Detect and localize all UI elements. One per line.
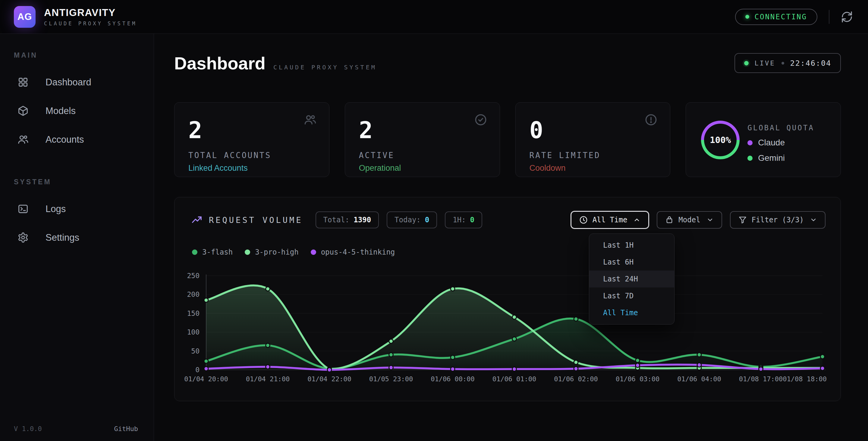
refresh-icon[interactable]: [841, 11, 853, 23]
github-link[interactable]: GitHub: [114, 425, 138, 433]
request-volume-panel: REQUEST VOLUME Total: 1390 Today: 0 1H: …: [174, 197, 841, 401]
hour-requests-pill: 1H: 0: [445, 211, 482, 228]
chevron-down-icon: [810, 216, 817, 224]
svg-text:01/04 20:00: 01/04 20:00: [184, 375, 228, 383]
svg-text:50: 50: [191, 347, 199, 355]
app-name: ANTIGRAVITY: [44, 7, 137, 19]
quota-percent: 100%: [710, 135, 731, 145]
stat-value: 0: [530, 119, 656, 142]
card-total-accounts: 2 TOTAL ACCOUNTS Linked Accounts: [174, 102, 330, 177]
claude-legend-dot: [747, 140, 752, 145]
total-requests-pill: Total: 1390: [315, 211, 379, 228]
svg-text:01/06 04:00: 01/06 04:00: [677, 375, 721, 383]
menu-item-last-1h[interactable]: Last 1H: [589, 237, 674, 254]
sidebar-item-settings[interactable]: Settings: [0, 223, 154, 252]
stat-sublabel: Cooldown: [530, 164, 656, 173]
menu-item-last-24h[interactable]: Last 24H: [589, 271, 674, 288]
sidebar-item-label: Dashboard: [45, 77, 91, 88]
menu-item-all-time[interactable]: All Time: [589, 304, 674, 321]
connection-status-text: CONNECTING: [755, 13, 807, 21]
svg-text:01/04 21:00: 01/04 21:00: [246, 375, 290, 383]
sidebar-section-system: SYSTEM Logs: [0, 178, 154, 252]
pill-label: Today:: [395, 216, 421, 224]
legend-dot: [245, 249, 250, 255]
chart-legend: 3-flash3-pro-highopus-4-5-thinking: [192, 248, 395, 256]
live-label: LIVE: [755, 59, 775, 67]
chevron-down-icon: [707, 216, 714, 224]
stat-cards: 2 TOTAL ACCOUNTS Linked Accounts 2 ACTIV…: [174, 102, 841, 177]
sidebar-item-label: Logs: [45, 204, 66, 214]
legend-item-opus-4-5-thinking: opus-4-5-thinking: [311, 248, 395, 256]
legend-item-3-pro-high: 3-pro-high: [245, 248, 299, 256]
sidebar-item-label: Models: [45, 106, 76, 116]
sidebar-section-main: MAIN Dashboard: [0, 51, 154, 154]
menu-item-last-6h[interactable]: Last 6H: [589, 254, 674, 271]
svg-text:250: 250: [187, 273, 199, 280]
filter-button[interactable]: Filter (3/3): [730, 211, 826, 229]
sidebar-item-logs[interactable]: Logs: [0, 195, 154, 223]
sidebar-item-models[interactable]: Models: [0, 96, 154, 125]
live-dot: [744, 61, 749, 65]
svg-text:01/06 01:00: 01/06 01:00: [493, 375, 536, 383]
page-subtitle: CLAUDE PROXY SYSTEM: [273, 64, 377, 71]
stat-value: 2: [359, 119, 486, 142]
cube-icon: [18, 105, 29, 116]
panel-header: REQUEST VOLUME Total: 1390 Today: 0 1H: …: [191, 210, 826, 229]
main-content: Dashboard CLAUDE PROXY SYSTEM LIVE 22:46…: [154, 34, 868, 441]
topbar-right: CONNECTING: [735, 9, 853, 25]
menu-item-last-7d[interactable]: Last 7D: [589, 288, 674, 304]
legend-dot: [192, 249, 197, 255]
sidebar-item-dashboard[interactable]: Dashboard: [0, 68, 154, 96]
quota-legend-label: Gemini: [758, 153, 785, 163]
legend-item-3-flash: 3-flash: [192, 248, 233, 256]
brand: ANTIGRAVITY CLAUDE PROXY SYSTEM: [44, 7, 137, 27]
live-time: 22:46:04: [790, 59, 831, 67]
topbar-divider: [829, 10, 830, 24]
trending-up-icon: [191, 214, 202, 225]
users-icon: [18, 134, 29, 145]
gear-icon: [18, 232, 29, 243]
legend-dot: [311, 249, 316, 255]
sidebar-item-label: Accounts: [45, 134, 84, 145]
svg-text:01/06 02:00: 01/06 02:00: [554, 375, 598, 383]
stat-sublabel: Operational: [359, 164, 486, 173]
time-range-label: All Time: [592, 216, 627, 224]
svg-text:150: 150: [187, 310, 199, 317]
time-range-button[interactable]: All Time: [571, 211, 649, 229]
stat-label: TOTAL ACCOUNTS: [188, 151, 315, 160]
app-logo: AG: [14, 6, 36, 28]
check-circle-icon: [474, 113, 487, 126]
connection-status-dot: [745, 15, 749, 19]
pill-value: 0: [425, 216, 429, 224]
pill-label: 1H:: [453, 216, 466, 224]
stat-label: GLOBAL QUOTA: [747, 124, 814, 132]
svg-text:0: 0: [195, 366, 199, 374]
model-filter-button[interactable]: Model: [657, 211, 722, 229]
app-subtitle: CLAUDE PROXY SYSTEM: [44, 21, 137, 27]
time-range-dropdown: Last 1H Last 6H Last 24H Last 7D All Tim…: [589, 233, 675, 325]
terminal-icon: [18, 203, 29, 214]
chevron-up-icon: [633, 216, 641, 224]
sidebar-section-title: MAIN: [14, 51, 154, 59]
sidebar-item-accounts[interactable]: Accounts: [0, 125, 154, 154]
live-badge: LIVE 22:46:04: [735, 53, 841, 73]
page-title: Dashboard: [174, 53, 266, 73]
svg-text:100: 100: [187, 328, 199, 336]
pill-value: 1390: [353, 216, 371, 224]
quota-ring: 100%: [701, 121, 740, 159]
svg-text:01/04 22:00: 01/04 22:00: [307, 375, 351, 383]
request-volume-chart: 05010015020025001/04 20:0001/04 21:0001/…: [183, 273, 846, 387]
pill-value: 0: [470, 216, 474, 224]
stat-label: ACTIVE: [359, 151, 486, 160]
svg-text:01/08 17:00: 01/08 17:00: [739, 375, 783, 383]
today-requests-pill: Today: 0: [387, 211, 437, 228]
svg-text:01/06 00:00: 01/06 00:00: [431, 375, 475, 383]
live-separator-dot: [781, 62, 784, 64]
quota-legend-label: Claude: [758, 138, 785, 147]
stat-sublabel: Linked Accounts: [188, 164, 315, 173]
stat-value: 2: [188, 119, 315, 142]
box-icon: [665, 216, 674, 224]
card-global-quota: 100% GLOBAL QUOTA Claude Gemini: [686, 102, 841, 177]
card-active: 2 ACTIVE Operational: [345, 102, 500, 177]
sidebar: MAIN Dashboard: [0, 34, 154, 441]
